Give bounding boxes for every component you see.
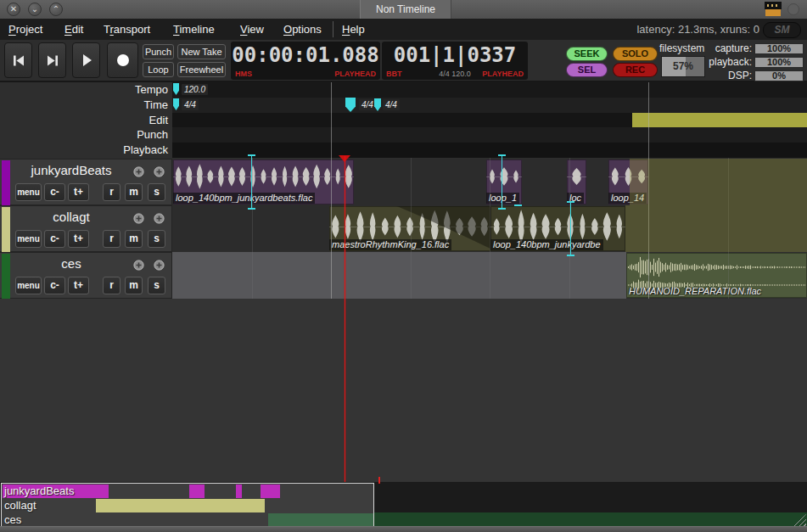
track-header-junkyardBeats: junkyardBeatsmenuc-t+rms [0, 159, 172, 205]
sm-badge: SM [763, 22, 801, 38]
track-color-strip [2, 160, 10, 205]
skip-to-start-icon [11, 54, 26, 67]
skip-to-start-button[interactable] [4, 42, 32, 78]
loop-toggle[interactable]: Loop [143, 62, 174, 77]
edit-range-overlay[interactable] [625, 205, 807, 252]
gain-knob-icon[interactable] [133, 165, 144, 176]
track-button-s[interactable]: s [148, 230, 165, 248]
track-button-t+[interactable]: t+ [68, 183, 89, 201]
track-name[interactable]: collagt [10, 210, 132, 224]
clip-label: maestroRhythmKing_16.flac [329, 239, 451, 250]
connector-knob-icon[interactable] [154, 259, 165, 270]
clip-label: loop_140bpm_junkyardbe [490, 239, 603, 250]
track-button-m[interactable]: m [125, 230, 143, 248]
audio-clip[interactable]: HUMANOID_REPARATION.flac [626, 253, 807, 298]
shade-icon[interactable]: ⌄ [28, 3, 42, 16]
overview-viewport-box[interactable]: junkyardBeatscollagtces [1, 483, 374, 527]
track-button-c-[interactable]: c- [44, 277, 65, 294]
mode-rec-button[interactable]: REC [613, 63, 658, 77]
bbt-clock-caption: PLAYHEAD [482, 70, 524, 78]
ruler-label-edit: Edit [0, 113, 168, 128]
track-name[interactable]: ces [10, 256, 132, 271]
control-point-marker[interactable] [502, 155, 502, 209]
bbt-clock[interactable]: 001|1|0337 BBT 4/4 120.0 PLAYHEAD [382, 42, 528, 80]
track-button-r[interactable]: r [103, 230, 120, 248]
meter-label-playback: playback: [701, 56, 752, 68]
mode-sel-button[interactable]: SEL [566, 63, 608, 77]
control-point-marker[interactable] [251, 155, 252, 209]
track-button-r[interactable]: r [103, 277, 120, 294]
track-button-r[interactable]: r [103, 183, 120, 201]
ruler-row-time[interactable] [172, 98, 807, 113]
track-name[interactable]: junkyardBeats [10, 163, 132, 177]
clip-label: loop_140bpm_junkyardbeats.flac [173, 193, 315, 204]
track-button-menu[interactable]: menu [15, 277, 42, 294]
control-point-marker[interactable] [570, 202, 571, 255]
ruler-label-time: Time [0, 98, 168, 113]
record-button[interactable] [107, 42, 138, 78]
connector-knob-icon[interactable] [154, 212, 165, 223]
ruler-row-tempo[interactable] [172, 82, 807, 98]
audio-clip[interactable]: loop_140bpm_junkyardbeats.flac [173, 160, 354, 204]
menu-item-view[interactable]: View [240, 19, 264, 40]
record-icon [116, 53, 130, 67]
unshade-icon[interactable]: ⌃ [49, 3, 63, 16]
track-button-s[interactable]: s [148, 277, 165, 294]
menu-item-timeline[interactable]: Timeline [173, 19, 215, 40]
punch-toggle[interactable]: Punch [143, 44, 174, 59]
window-title: Non Timeline [360, 0, 451, 19]
track-button-t+[interactable]: t+ [68, 230, 89, 248]
track-lane-ces[interactable] [172, 252, 626, 299]
track-button-menu[interactable]: menu [15, 230, 42, 248]
skip-to-end-icon [45, 54, 60, 67]
track-button-c-[interactable]: c- [44, 183, 65, 201]
play-icon [80, 53, 93, 67]
timeline-empty-area[interactable] [0, 299, 807, 482]
hms-clock-value: 00:00:01.088 [231, 43, 380, 67]
overview-clip-bar-collagt [96, 499, 265, 512]
play-button[interactable] [72, 42, 100, 78]
ruler-label-tempo: Tempo [0, 82, 168, 98]
edit-range-overlay[interactable] [630, 159, 807, 205]
window-menu-icon[interactable] [787, 3, 799, 15]
latency-status: latency: 21.3ms, xruns: 0 [636, 19, 759, 40]
meter-label-dsp: DSP: [701, 70, 752, 81]
close-icon[interactable]: ✕ [7, 3, 20, 16]
track-button-c-[interactable]: c- [44, 230, 65, 248]
audio-clip[interactable]: loop_140bpm_junkyardbe [490, 206, 625, 251]
new-take-toggle[interactable]: New Take [177, 44, 226, 59]
gain-knob-icon[interactable] [133, 259, 144, 270]
edit-range-bar[interactable] [632, 113, 807, 127]
track-button-s[interactable]: s [148, 183, 165, 201]
overview-track-bar-ces-outside [373, 512, 807, 526]
menu-item-transport[interactable]: Transport [104, 19, 150, 40]
ruler-row-punch[interactable] [172, 127, 807, 143]
audio-clip[interactable]: loop_1 [486, 160, 522, 204]
hms-clock-caption: PLAYHEAD [334, 70, 376, 78]
connector-knob-icon[interactable] [154, 165, 165, 176]
meter-value-playback: 100% [754, 57, 804, 68]
control-point-cap [514, 204, 522, 206]
hms-clock-unit: HMS [235, 70, 252, 78]
window-bottom-border [0, 526, 807, 532]
audio-clip[interactable]: maestroRhythmKing_16.flac [329, 206, 490, 251]
skip-to-end-button[interactable] [38, 42, 66, 78]
track-button-t+[interactable]: t+ [68, 277, 89, 294]
mode-seek-button[interactable]: SEEK [566, 47, 608, 61]
gain-knob-icon[interactable] [133, 212, 144, 223]
track-button-m[interactable]: m [125, 183, 143, 201]
ruler-label-playback: Playback [0, 143, 168, 158]
ruler-row-playback[interactable] [172, 143, 807, 158]
freewheel-toggle[interactable]: Freewheel [177, 62, 226, 77]
control-point-cap [248, 154, 255, 156]
menu-item-edit[interactable]: Edit [64, 19, 83, 40]
track-button-menu[interactable]: menu [15, 183, 42, 201]
meter-value-capture: 100% [754, 43, 804, 54]
hms-clock[interactable]: 00:00:01.088 HMS PLAYHEAD [231, 42, 380, 80]
non-timeline-window: ✕ ⌄ ⌃ Non Timeline latency: 21.3ms, xrun… [0, 0, 807, 532]
menu-item-project[interactable]: Project [8, 19, 42, 40]
menu-item-help[interactable]: Help [342, 19, 365, 40]
menu-item-options[interactable]: Options [283, 19, 322, 40]
track-button-m[interactable]: m [125, 277, 143, 294]
mode-solo-button[interactable]: SOLO [613, 47, 658, 61]
